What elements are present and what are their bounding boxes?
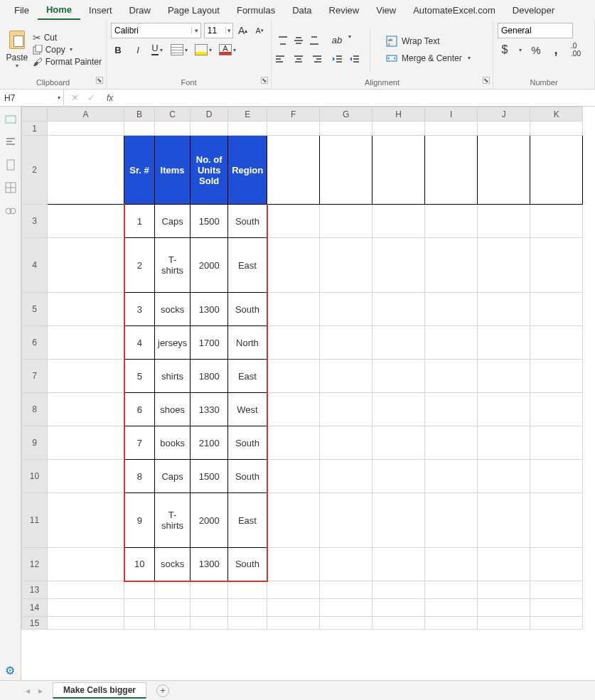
cell-A14[interactable] (48, 599, 124, 617)
cell-A3[interactable] (48, 205, 124, 238)
cell-I10[interactable] (425, 460, 478, 493)
font-size-combo[interactable]: ▾ (204, 23, 233, 38)
cell-C8[interactable]: shoes (155, 393, 191, 426)
cell-G6[interactable] (320, 326, 372, 360)
col-header-F[interactable]: F (267, 107, 320, 122)
cell-D9[interactable]: 2100 (191, 426, 228, 460)
cell-C9[interactable]: books (155, 426, 191, 460)
increase-indent-button[interactable] (347, 52, 361, 66)
cell-H2[interactable] (372, 136, 425, 205)
cell-B13[interactable] (124, 581, 155, 599)
col-header-D[interactable]: D (191, 107, 228, 122)
align-left-button[interactable] (276, 52, 290, 66)
bold-button[interactable]: B (111, 43, 125, 57)
font-name-combo[interactable]: ▾ (111, 23, 201, 38)
cell-A5[interactable] (48, 293, 124, 326)
cell-G12[interactable] (320, 548, 372, 581)
cell-K14[interactable] (530, 599, 583, 617)
cell-K7[interactable] (530, 360, 583, 393)
grid-icon[interactable] (5, 182, 16, 193)
cell-D3[interactable]: 1500 (191, 205, 228, 238)
cell-G5[interactable] (320, 293, 372, 326)
cell-B1[interactable] (124, 122, 155, 136)
col-header-H[interactable]: H (372, 107, 425, 122)
cell-A8[interactable] (48, 393, 124, 426)
cell-B3[interactable]: 1 (124, 205, 155, 238)
cell-J9[interactable] (478, 426, 530, 460)
sheet-tab[interactable]: Make Cells bigger (53, 682, 146, 699)
cell-J4[interactable] (478, 238, 530, 293)
align-center-button[interactable] (291, 52, 306, 66)
cell-F10[interactable] (267, 460, 320, 493)
cell-A1[interactable] (48, 122, 124, 136)
cell-G3[interactable] (320, 205, 372, 238)
cell-J8[interactable] (478, 393, 530, 426)
select-all-corner[interactable] (22, 107, 48, 122)
chevron-down-icon[interactable]: ▾ (232, 47, 237, 53)
cell-C10[interactable]: Caps (155, 460, 191, 493)
cell-A4[interactable] (48, 238, 124, 293)
cell-E12[interactable]: South (228, 548, 267, 581)
dialog-launcher-icon[interactable]: ⬊ (261, 77, 268, 84)
cell-A10[interactable] (48, 460, 124, 493)
tab-insert[interactable]: Insert (80, 1, 121, 19)
cell-G13[interactable] (320, 581, 372, 599)
row-header-2[interactable]: 2 (22, 136, 48, 205)
font-color-button[interactable]: A▾ (219, 44, 237, 55)
indent-icon[interactable] (5, 136, 16, 148)
cell-E5[interactable]: South (228, 293, 267, 326)
cell-G2[interactable] (320, 136, 372, 205)
cell-F1[interactable] (267, 122, 320, 136)
cell-E13[interactable] (228, 581, 267, 599)
cell-C13[interactable] (155, 581, 191, 599)
format-painter-button[interactable]: 🖌Format Painter (33, 56, 102, 68)
align-right-button[interactable] (307, 52, 321, 66)
tab-nav-next[interactable]: ▸ (34, 686, 47, 696)
cell-E8[interactable]: West (228, 393, 267, 426)
cell-F2[interactable] (267, 136, 320, 205)
cell-D15[interactable] (191, 617, 228, 630)
cell-A12[interactable] (48, 548, 124, 581)
cell-C14[interactable] (155, 599, 191, 617)
chevron-down-icon[interactable]: ▾ (518, 47, 523, 53)
cell-G7[interactable] (320, 360, 372, 393)
cell-C11[interactable]: T-shirts (155, 493, 191, 548)
cell-J5[interactable] (478, 293, 530, 326)
cell-H8[interactable] (372, 393, 425, 426)
cell-K5[interactable] (530, 293, 583, 326)
tab-file[interactable]: File (6, 1, 38, 19)
italic-button[interactable]: I (131, 43, 145, 57)
cell-K9[interactable] (530, 426, 583, 460)
col-header-J[interactable]: J (478, 107, 530, 122)
chevron-down-icon[interactable]: ▾ (14, 63, 20, 69)
cell-H4[interactable] (372, 238, 425, 293)
chevron-down-icon[interactable]: ▾ (225, 27, 232, 34)
cell-G4[interactable] (320, 238, 372, 293)
tab-draw[interactable]: Draw (121, 1, 159, 19)
cell-B4[interactable]: 2 (124, 238, 155, 293)
increase-decimal-button[interactable]: .0.00 (569, 43, 583, 57)
col-header-K[interactable]: K (530, 107, 583, 122)
cell-E15[interactable] (228, 617, 267, 630)
cell-H12[interactable] (372, 548, 425, 581)
cell-I1[interactable] (425, 122, 478, 136)
cell-C6[interactable]: jerseys (155, 326, 191, 360)
formula-input[interactable] (117, 90, 595, 106)
cell-J10[interactable] (478, 460, 530, 493)
cell-J7[interactable] (478, 360, 530, 393)
cell-F12[interactable] (267, 548, 320, 581)
cell-B5[interactable]: 3 (124, 293, 155, 326)
orientation-button[interactable]: ab (330, 33, 344, 48)
tab-review[interactable]: Review (321, 1, 368, 19)
cell-K3[interactable] (530, 205, 583, 238)
cell-B7[interactable]: 5 (124, 360, 155, 393)
cell-B9[interactable]: 7 (124, 426, 155, 460)
row-header-10[interactable]: 10 (22, 460, 48, 493)
chevron-down-icon[interactable]: ▾ (347, 33, 353, 48)
cell-F5[interactable] (267, 293, 320, 326)
cell-A15[interactable] (48, 617, 124, 630)
cell-K6[interactable] (530, 326, 583, 360)
cell-E9[interactable]: South (228, 426, 267, 460)
cell-H14[interactable] (372, 599, 425, 617)
borders-button[interactable]: ▾ (171, 44, 189, 55)
